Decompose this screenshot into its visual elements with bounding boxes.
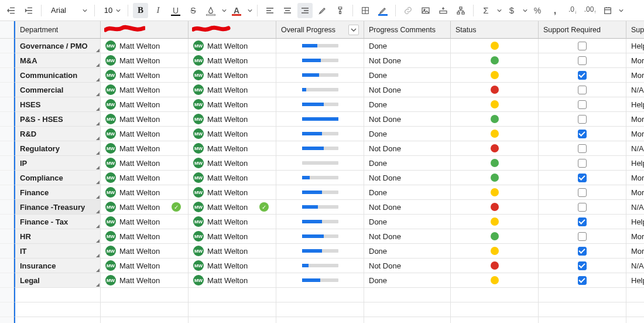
cell-assignee[interactable]: MWMatt Welton✓ [101,200,189,215]
cell-department[interactable]: Finance -Treasury [14,200,101,215]
support-checkbox[interactable] [578,188,587,197]
cell-support[interactable] [539,156,626,171]
format-painter-button[interactable] [333,3,348,18]
empty-cell[interactable] [189,317,276,323]
empty-cell[interactable] [451,288,539,302]
cell-department[interactable]: IP [14,156,101,171]
empty-cell[interactable] [539,288,626,302]
cell-assignee[interactable]: MWMatt Welton [189,229,276,244]
support-checkbox[interactable] [578,144,587,153]
cell-note[interactable]: Help [626,156,644,171]
cell-department[interactable]: HSES [14,97,101,112]
insert-row-button[interactable] [436,3,451,18]
indent-button[interactable] [21,3,36,18]
cell-department[interactable]: Finance [14,185,101,200]
cell-department[interactable]: Governance / PMO [14,39,101,53]
support-checkbox[interactable] [578,232,587,241]
row-header[interactable] [0,39,14,53]
cell-comment[interactable]: Done [364,273,451,288]
cell-support[interactable] [539,259,626,273]
support-checkbox[interactable] [578,261,587,270]
cell-assignee[interactable]: MWMatt Welton [101,83,189,97]
filter-button[interactable] [348,25,359,35]
cell-department[interactable]: M&A [14,53,101,68]
cell-comment[interactable]: Not Done [364,259,451,273]
cell-support[interactable] [539,229,626,244]
cell-assignee[interactable]: MWMatt Welton [101,273,189,288]
cell-assignee[interactable]: MWMatt Welton [101,215,189,229]
cell-comment[interactable]: Not Done [364,141,451,156]
italic-button[interactable]: I [150,3,166,18]
cell-assignee[interactable]: MWMatt Welton [189,171,276,185]
column-header-department[interactable]: Department [14,21,101,39]
cell-status[interactable] [451,83,539,97]
currency-dropdown[interactable] [522,3,527,18]
empty-cell[interactable] [364,302,451,317]
cell-progress[interactable] [276,171,364,185]
cell-progress[interactable] [276,97,364,112]
cell-status[interactable] [451,127,539,141]
cell-department[interactable]: Insurance [14,259,101,273]
cell-support[interactable] [539,185,626,200]
cell-assignee[interactable]: MWMatt Welton [189,127,276,141]
cell-progress[interactable] [276,215,364,229]
cell-assignee[interactable]: MWMatt Welton [189,156,276,171]
empty-cell[interactable] [189,302,276,317]
row-header[interactable] [0,302,14,317]
fill-color-dropdown[interactable] [221,3,227,18]
cell-comment[interactable]: Done [364,244,451,259]
empty-cell[interactable] [539,302,626,317]
column-header-progress[interactable]: Overall Progress [276,21,364,39]
border-color-button[interactable] [375,3,390,18]
empty-cell[interactable] [101,317,189,323]
cell-support[interactable] [539,39,626,53]
cell-comment[interactable]: Not Done [364,112,451,127]
cell-note[interactable]: Help [626,39,644,53]
cell-department[interactable]: Regulatory [14,141,101,156]
cell-assignee[interactable]: MWMatt Welton [101,53,189,68]
cell-progress[interactable] [276,53,364,68]
cell-progress[interactable] [276,200,364,215]
cell-note[interactable]: Mor [626,68,644,83]
text-color-dropdown[interactable] [246,3,252,18]
date-format-button[interactable] [600,3,615,18]
cell-progress[interactable] [276,112,364,127]
cell-comment[interactable]: Done [364,39,451,53]
cell-comment[interactable]: Done [364,185,451,200]
cell-comment[interactable]: Not Done [364,200,451,215]
cell-progress[interactable] [276,259,364,273]
cell-note[interactable]: N/A [626,259,644,273]
cell-note[interactable]: N/A [626,141,644,156]
empty-cell[interactable] [101,288,189,302]
cell-comment[interactable]: Not Done [364,83,451,97]
empty-cell[interactable] [101,302,189,317]
cell-assignee[interactable]: MWMatt Welton [189,259,276,273]
row-header[interactable] [0,273,14,288]
cell-assignee[interactable]: MWMatt Welton [101,229,189,244]
column-header-support[interactable]: Support Required [539,21,626,39]
empty-cell[interactable] [451,302,539,317]
support-checkbox[interactable] [578,159,587,168]
row-header[interactable] [0,171,14,185]
sum-button[interactable]: Σ [478,3,494,18]
cell-assignee[interactable]: MWMatt Welton [101,141,189,156]
cell-support[interactable] [539,68,626,83]
cell-progress[interactable] [276,185,364,200]
cell-assignee[interactable]: MWMatt Welton [101,156,189,171]
font-family-select[interactable]: Arial [46,3,90,18]
row-header[interactable] [0,259,14,273]
row-header[interactable] [0,288,14,302]
hierarchy-button[interactable] [453,3,468,18]
cell-assignee[interactable]: MWMatt Welton [189,97,276,112]
strikethrough-button[interactable]: S [186,3,201,18]
decrease-decimal-button[interactable]: .0↓ [565,3,580,18]
support-checkbox[interactable] [578,86,587,94]
cell-note[interactable]: Help [626,273,644,288]
cell-status[interactable] [451,112,539,127]
cell-progress[interactable] [276,141,364,156]
cell-assignee[interactable]: MWMatt Welton [189,244,276,259]
cell-department[interactable]: Compliance [14,171,101,185]
cell-support[interactable] [539,141,626,156]
cell-assignee[interactable]: MWMatt Welton [101,244,189,259]
cell-progress[interactable] [276,39,364,53]
